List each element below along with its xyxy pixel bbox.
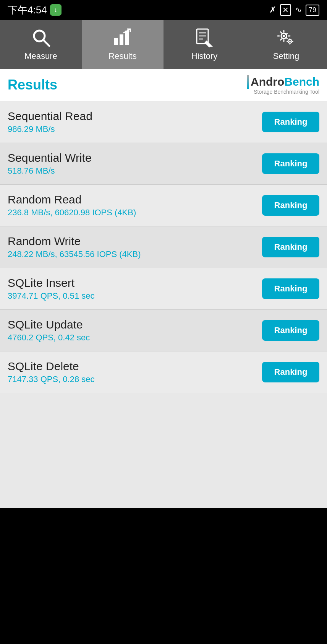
ranking-button[interactable]: Ranking <box>262 320 319 341</box>
result-name: Random Write <box>8 235 141 248</box>
tab-history-label: History <box>191 51 217 61</box>
brand-name: AndroBench <box>251 75 319 88</box>
result-info: SQLite Update 4760.2 QPS, 0.42 sec <box>8 318 90 343</box>
svg-point-13 <box>283 35 285 37</box>
measure-icon <box>31 28 51 47</box>
svg-rect-4 <box>125 31 129 45</box>
results-header: Results AndroBench Storage Benchmarking … <box>0 69 327 101</box>
wifi-icon: ∿ <box>295 5 302 15</box>
ranking-button[interactable]: Ranking <box>262 278 319 299</box>
result-value: 3974.71 QPS, 0.51 sec <box>8 291 95 301</box>
result-name: SQLite Insert <box>8 276 95 289</box>
result-value: 986.29 MB/s <box>8 124 92 134</box>
result-row: SQLite Delete 7147.33 QPS, 0.28 sec Rank… <box>0 351 327 393</box>
result-name: Sequential Read <box>8 110 92 123</box>
result-name: Random Read <box>8 193 136 206</box>
status-icons: ✗ ✕ ∿ 79 <box>269 4 319 16</box>
brand-subtitle: Storage Benchmarking Tool <box>254 89 319 95</box>
result-value: 248.22 MB/s, 63545.56 IOPS (4KB) <box>8 249 141 259</box>
results-page-title: Results <box>8 77 57 93</box>
result-name: SQLite Update <box>8 318 90 331</box>
svg-rect-3 <box>120 34 123 45</box>
signal-x-icon: ✕ <box>280 4 291 16</box>
tab-setting-label: Setting <box>273 51 299 61</box>
brand-bar-decoration <box>247 75 249 89</box>
result-value: 4760.2 QPS, 0.42 sec <box>8 333 90 343</box>
ranking-button[interactable]: Ranking <box>262 195 319 216</box>
result-row: SQLite Insert 3974.71 QPS, 0.51 sec Rank… <box>0 268 327 310</box>
result-info: Sequential Read 986.29 MB/s <box>8 110 92 134</box>
tab-history[interactable]: History <box>164 20 245 69</box>
bluetooth-icon: ✗ <box>269 5 276 15</box>
time-display: 下午4:54 <box>8 3 47 17</box>
result-row: Random Read 236.8 MB/s, 60620.98 IOPS (4… <box>0 185 327 226</box>
result-name: Sequential Write <box>8 151 92 164</box>
result-value: 518.76 MB/s <box>8 166 92 176</box>
download-badge-icon: ↓ <box>50 4 62 16</box>
status-bar: 下午4:54 ↓ ✗ ✕ ∿ 79 <box>0 0 327 20</box>
setting-icon <box>276 28 296 47</box>
history-icon <box>194 28 214 47</box>
results-icon <box>113 28 133 47</box>
status-time-area: 下午4:54 ↓ <box>8 3 62 17</box>
bottom-space <box>0 393 327 508</box>
result-info: Random Write 248.22 MB/s, 63545.56 IOPS … <box>8 235 141 259</box>
tab-results-label: Results <box>108 51 136 61</box>
tab-setting[interactable]: Setting <box>245 20 327 69</box>
ranking-button[interactable]: Ranking <box>262 362 319 382</box>
ranking-button[interactable]: Ranking <box>262 112 319 132</box>
result-info: SQLite Delete 7147.33 QPS, 0.28 sec <box>8 360 95 384</box>
result-row: Random Write 248.22 MB/s, 63545.56 IOPS … <box>0 226 327 268</box>
result-name: SQLite Delete <box>8 360 95 373</box>
nav-tabs: Measure Results History <box>0 20 327 69</box>
tab-results[interactable]: Results <box>82 20 164 69</box>
result-info: SQLite Insert 3974.71 QPS, 0.51 sec <box>8 276 95 301</box>
svg-point-15 <box>289 41 291 42</box>
result-row: SQLite Update 4760.2 QPS, 0.42 sec Ranki… <box>0 310 327 351</box>
brand-logo: AndroBench Storage Benchmarking Tool <box>247 75 319 95</box>
tab-measure-label: Measure <box>24 51 57 61</box>
battery-indicator: 79 <box>306 5 319 16</box>
result-value: 7147.33 QPS, 0.28 sec <box>8 374 95 384</box>
svg-rect-2 <box>114 38 118 45</box>
ranking-button[interactable]: Ranking <box>262 153 319 174</box>
result-info: Sequential Write 518.76 MB/s <box>8 151 92 176</box>
results-list: Sequential Read 986.29 MB/s Ranking Sequ… <box>0 101 327 393</box>
tab-measure[interactable]: Measure <box>0 20 82 69</box>
result-row: Sequential Read 986.29 MB/s Ranking <box>0 101 327 143</box>
result-value: 236.8 MB/s, 60620.98 IOPS (4KB) <box>8 208 136 218</box>
result-row: Sequential Write 518.76 MB/s Ranking <box>0 143 327 185</box>
result-info: Random Read 236.8 MB/s, 60620.98 IOPS (4… <box>8 193 136 218</box>
svg-line-1 <box>43 40 49 46</box>
ranking-button[interactable]: Ranking <box>262 237 319 257</box>
